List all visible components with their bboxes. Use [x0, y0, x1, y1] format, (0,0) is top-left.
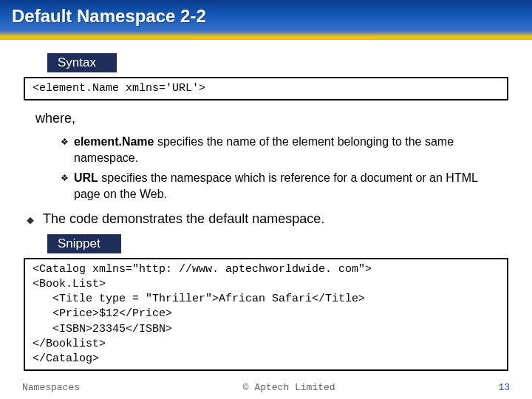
footer: Namespaces © Aptech Limited 13 — [0, 382, 532, 393]
footer-left: Namespaces — [22, 382, 80, 393]
slide-body: Syntax <element.Name xmlns='URL'> where,… — [0, 40, 532, 371]
page-number: 13 — [498, 382, 510, 393]
syntax-code-box: <element.Name xmlns='URL'> — [24, 77, 508, 100]
slide-title: Default Namespace 2-2 — [12, 6, 520, 27]
bullet-text: element.Name specifies the name of the e… — [74, 134, 504, 166]
snippet-label: Snippet — [47, 234, 121, 253]
snippet-code-box: <Catalog xmlns="http: //www. aptechworld… — [24, 258, 508, 372]
slide: Default Namespace 2-2 Syntax <element.Na… — [0, 0, 532, 399]
bullet-icon: ❖ — [61, 134, 74, 166]
bullet-bold: URL — [74, 171, 98, 184]
main-bullet: ◆ The code demonstrates the default name… — [27, 211, 511, 227]
bullet-rest: specifies the namespace which is referen… — [74, 171, 477, 200]
bullet-text: URL specifies the namespace which is ref… — [74, 170, 504, 202]
title-bar: Default Namespace 2-2 — [0, 0, 532, 40]
bullet-icon: ❖ — [61, 170, 74, 202]
bullet-bold: element.Name — [74, 135, 154, 148]
bullet-list: ❖ element.Name specifies the name of the… — [61, 134, 504, 202]
where-label: where, — [35, 111, 511, 126]
list-item: ❖ URL specifies the namespace which is r… — [61, 170, 504, 202]
syntax-label: Syntax — [47, 53, 117, 72]
bullet-icon: ◆ — [27, 211, 43, 227]
footer-center: © Aptech Limited — [243, 382, 335, 393]
list-item: ❖ element.Name specifies the name of the… — [61, 134, 504, 166]
main-text: The code demonstrates the default namesp… — [43, 211, 324, 227]
